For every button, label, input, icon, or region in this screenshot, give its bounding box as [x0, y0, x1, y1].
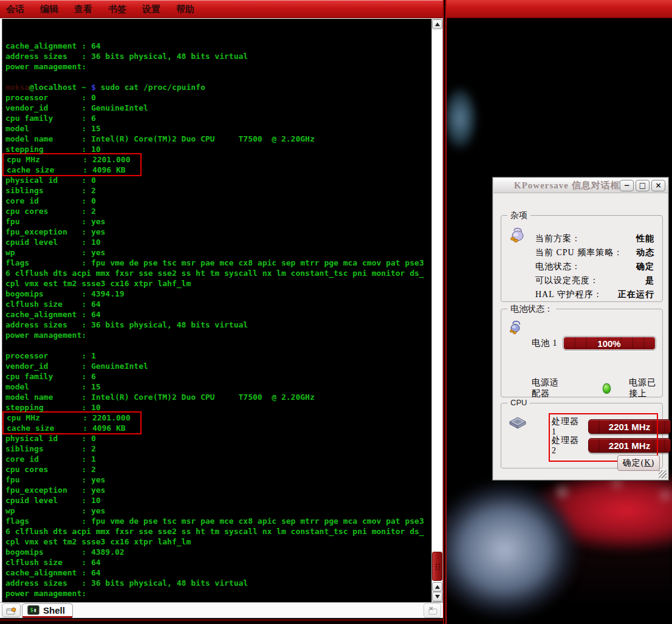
terminal-line: wp : yes	[5, 247, 431, 258]
terminal-line	[5, 340, 431, 351]
misc-label: HAL 守护程序：	[535, 289, 603, 300]
close-button[interactable]: ×	[651, 180, 665, 191]
terminal-line: cpuid level : 10	[5, 495, 431, 506]
terminal-line: cache_alignment : 64	[5, 567, 431, 578]
terminal-output[interactable]: cache_alignment : 64address sizes : 36 b…	[2, 19, 431, 602]
scroll-up-button-bottom[interactable]	[432, 582, 442, 592]
group-cpu-title: CPU	[507, 398, 530, 407]
misc-row: HAL 守护程序：正在运行	[535, 287, 654, 301]
adapter-label: 电源适配器	[532, 377, 565, 399]
terminal-line: power management:	[5, 588, 431, 598]
terminal-line: stepping : 10	[5, 144, 431, 154]
terminal-line: vendor_id : GenuineIntel	[5, 103, 431, 113]
desktop: 会话 编辑 查看 书签 设置 帮助 cache_alignment : 64ad…	[0, 0, 672, 624]
terminal-line: flags : fpu vme de pse tsc msr pae mce c…	[5, 516, 431, 526]
red-highlight-box: cpu MHz : 2201.000cache size : 4096 KB	[2, 153, 142, 176]
terminal-line: bogomips : 4389.02	[5, 547, 431, 557]
terminal-line: core id : 0	[5, 196, 431, 206]
misc-label: 当前 CPU 频率策略：	[535, 247, 623, 258]
terminal-line: clflush size : 64	[5, 299, 431, 309]
terminal-line: cache size : 4096 KB	[7, 165, 140, 175]
background-red-bar	[447, 0, 672, 18]
terminal-line: power management:	[5, 330, 431, 340]
terminal-line: cpl vmx est tm2 ssse3 cx16 xtpr lahf_lm	[5, 278, 431, 289]
tab-shell[interactable]: $▮ Shell	[22, 603, 73, 618]
terminal-line: flags : fpu vme de pse tsc msr pae mce c…	[5, 258, 431, 268]
terminal-line: processor : 1	[5, 351, 431, 361]
terminal-line: cpu MHz : 2201.000	[7, 413, 140, 423]
misc-label: 电池状态：	[535, 261, 581, 272]
terminal-line: power management:	[5, 61, 431, 72]
resize-grip[interactable]	[659, 470, 667, 478]
menu-bookmarks[interactable]: 书签	[108, 4, 126, 15]
terminal-line: model name : Intel(R) Core(TM)2 Duo CPU …	[5, 134, 431, 144]
konsole-menubar: 会话 编辑 查看 书签 设置 帮助	[0, 0, 443, 18]
terminal-line: model name : Intel(R) Core(TM)2 Duo CPU …	[5, 392, 431, 402]
terminal-line: bogomips : 4394.19	[5, 289, 431, 299]
group-battery-title: 电池状态：	[507, 304, 556, 315]
terminal-line: core id : 1	[5, 454, 431, 464]
terminal-line: address sizes : 36 bits physical, 48 bit…	[5, 578, 431, 588]
terminal-line: stepping : 10	[5, 402, 431, 413]
close-session-button[interactable]	[423, 603, 441, 618]
menu-session[interactable]: 会话	[6, 4, 24, 15]
battery-row: 电池 1 100%	[532, 336, 656, 351]
terminal-line: siblings : 2	[5, 444, 431, 454]
misc-row: 当前方案：性能	[535, 231, 654, 245]
new-session-button[interactable]	[2, 603, 21, 617]
terminal-line: fpu : yes	[5, 216, 431, 227]
terminal-line: model : 15	[5, 382, 431, 392]
dialog-body: 杂项 当前方案：性能 当前 CPU 频率策略：动态 电池状态：确定 可以设定亮度…	[493, 193, 668, 479]
video-blue-fabric	[445, 480, 580, 620]
terminal-line: 6 clflush dts acpi mmx fxsr sse sse2 ss …	[5, 268, 431, 278]
kpowersave-dialog: KPowersave 信息对话框 − □ × 杂项 当前方案：性能	[492, 177, 669, 481]
menu-edit[interactable]: 编辑	[40, 4, 58, 15]
terminal-line: cpu family : 6	[5, 371, 431, 382]
misc-value: 动态	[636, 247, 654, 258]
misc-value: 确定	[636, 261, 654, 272]
scroll-down-button[interactable]	[432, 592, 442, 602]
terminal-line: address sizes : 36 bits physical, 48 bit…	[5, 320, 431, 330]
cpu-chip-icon	[509, 417, 527, 430]
terminal-line: clflush size : 64	[5, 557, 431, 567]
session-tabbar: $▮ Shell	[0, 602, 443, 618]
scroll-up-button[interactable]	[432, 19, 442, 29]
misc-label: 当前方案：	[535, 233, 581, 244]
terminal-line: fpu_exception : yes	[5, 485, 431, 495]
menu-help[interactable]: 帮助	[176, 4, 194, 15]
red-highlight-box: cpu MHz : 2201.000cache size : 4096 KB	[2, 411, 142, 434]
terminal-line: cpu cores : 2	[5, 206, 431, 216]
terminal-line: cpu MHz : 2201.000	[7, 154, 140, 165]
red-highlight-box	[549, 413, 658, 462]
misc-label: 可以设定亮度：	[535, 275, 599, 286]
misc-row: 可以设定亮度：是	[535, 273, 654, 287]
scrollbar-thumb[interactable]	[432, 552, 442, 581]
konsole-window: 会话 编辑 查看 书签 设置 帮助 cache_alignment : 64ad…	[0, 0, 444, 624]
minimize-button[interactable]: −	[620, 180, 634, 191]
new-session-icon	[6, 606, 17, 615]
tab-label: Shell	[43, 605, 65, 615]
ok-button[interactable]: 确定(K)	[617, 455, 660, 471]
menu-settings[interactable]: 设置	[142, 4, 160, 15]
video-highlight	[445, 85, 478, 152]
menu-view[interactable]: 查看	[74, 4, 92, 15]
shell-terminal-icon: $▮	[27, 605, 39, 615]
terminal-line: cpu family : 6	[5, 113, 431, 123]
misc-value: 正在运行	[618, 289, 654, 300]
terminal-line: 6 clflush dts acpi mmx fxsr sse sse2 ss …	[5, 526, 431, 537]
maximize-button[interactable]: □	[636, 180, 650, 191]
terminal-line	[5, 72, 431, 82]
battery-percent: 100%	[597, 338, 620, 349]
dialog-titlebar[interactable]: KPowersave 信息对话框 − □ ×	[493, 178, 668, 193]
terminal-line: siblings : 2	[5, 185, 431, 196]
terminal-scrollbar[interactable]	[431, 19, 443, 602]
terminal-line: address sizes : 36 bits physical, 48 bit…	[5, 51, 431, 61]
arrow-up-icon	[435, 22, 440, 26]
terminal-line: wp : yes	[5, 506, 431, 516]
battery-plug-icon	[509, 320, 522, 335]
misc-value: 性能	[636, 233, 654, 244]
terminal-line: cpl vmx est tm2 ssse3 cx16 xtpr lahf_lm	[5, 537, 431, 547]
terminal-line: processor : 0	[5, 92, 431, 103]
terminal-line: cache size : 4096 KB	[7, 423, 140, 433]
terminal-line: physical id : 0	[5, 433, 431, 444]
